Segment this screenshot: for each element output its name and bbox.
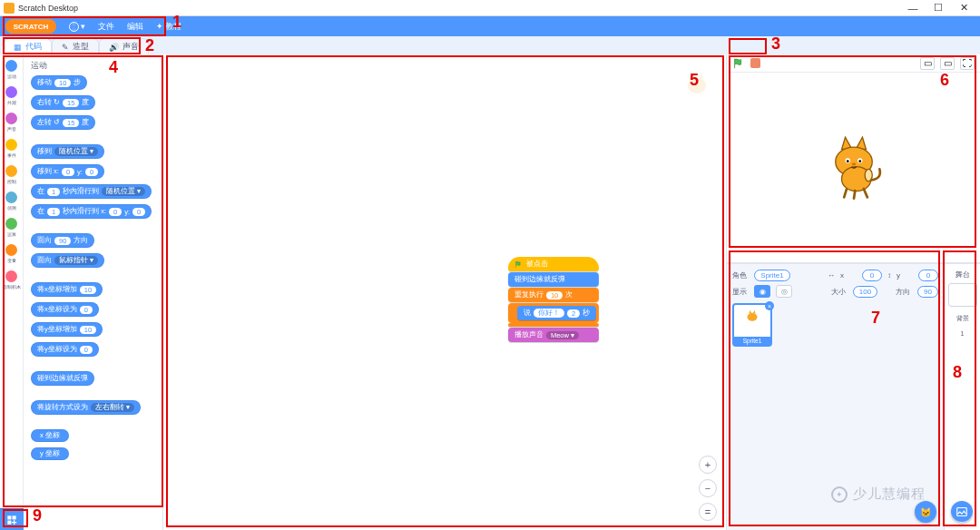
window-maximize-button[interactable]: ☐ — [926, 2, 951, 14]
category-label: 变量 — [6, 258, 15, 265]
right-column: ▭ ▭ ⛶ 角色 Sprite1 — [726, 54, 980, 530]
block-repeat[interactable]: 重复执行10次 — [508, 288, 599, 302]
edit-menu[interactable]: 编辑 — [127, 21, 143, 33]
block-bounce[interactable]: 碰到边缘就反弹 — [31, 371, 94, 386]
tab-costumes[interactable]: ✎ 造型 — [52, 38, 99, 54]
x-input[interactable]: 0 — [862, 270, 882, 281]
block-turn-right[interactable]: 右转 ↻15度 — [31, 95, 95, 110]
window-minimize-button[interactable]: — — [900, 3, 926, 14]
tabbar: ▦ 代码 ✎ 造型 🔊 声音 — [0, 36, 980, 54]
category-外观[interactable]: 外观 — [5, 86, 17, 107]
script-workspace[interactable]: 被点击 碰到边缘就反弹 重复执行10次 说你好！2秒 播放声音Meow ▾ + … — [163, 54, 726, 530]
app-title: Scratch Desktop — [18, 4, 78, 13]
svg-point-12 — [748, 313, 758, 321]
category-控制[interactable]: 控制 — [5, 165, 17, 186]
watermark: ✦ 少儿慧编程 — [831, 486, 926, 503]
stage-controls: ▭ ▭ ⛶ — [727, 54, 980, 73]
y-input[interactable]: 0 — [918, 270, 938, 281]
category-声音[interactable]: 声音 — [5, 113, 17, 133]
fullscreen-button[interactable]: ⛶ — [960, 57, 975, 70]
size-input[interactable]: 100 — [853, 286, 877, 298]
scratch-cat-sprite[interactable] — [817, 131, 890, 204]
block-move-steps[interactable]: 移动10步 — [31, 75, 87, 90]
category-dot-icon — [5, 86, 17, 98]
block-point-dir[interactable]: 面向90方向 — [31, 233, 94, 248]
sprite-thumbnail[interactable]: × Sprite1 — [732, 303, 772, 347]
small-stage-button[interactable]: ▭ — [920, 57, 935, 70]
y-arrow-icon: ↕ — [887, 271, 891, 280]
category-label: 侦测 — [6, 205, 15, 212]
block-x-reporter[interactable]: x 坐标 — [31, 429, 69, 442]
block-change-y[interactable]: 将y坐标增加10 — [31, 322, 103, 337]
watermark-text: 少儿慧编程 — [853, 486, 926, 503]
category-变量[interactable]: 变量 — [5, 244, 17, 265]
globe-icon — [69, 22, 79, 32]
add-extension-button[interactable] — [0, 508, 24, 530]
show-button[interactable]: ◉ — [754, 285, 770, 298]
file-menu[interactable]: 文件 — [98, 21, 114, 33]
sprite-watermark-icon — [681, 67, 713, 100]
tab-sounds[interactable]: 🔊 声音 — [99, 38, 149, 54]
block-glide-to[interactable]: 在1秒内滑行到随机位置 ▾ — [31, 184, 152, 199]
block-set-x[interactable]: 将x坐标设为0 — [31, 302, 99, 317]
add-backdrop-button[interactable] — [951, 501, 973, 523]
category-dot-icon — [5, 113, 17, 124]
zoom-out-button[interactable]: − — [699, 479, 717, 497]
hide-button[interactable]: ◎ — [776, 285, 792, 298]
svg-rect-1 — [13, 515, 16, 519]
block-change-x[interactable]: 将x坐标增加10 — [31, 282, 103, 297]
tab-code[interactable]: ▦ 代码 — [4, 38, 52, 54]
block-when-flag-clicked[interactable]: 被点击 — [508, 257, 599, 271]
zoom-reset-button[interactable]: = — [699, 503, 717, 521]
category-dot-icon — [5, 191, 17, 203]
show-label: 显示 — [732, 287, 749, 297]
window-close-button[interactable]: ✕ — [951, 2, 976, 14]
sprite-name-input[interactable]: Sprite1 — [754, 270, 790, 281]
block-bounce-ws[interactable]: 碰到边缘就反弹 — [508, 272, 599, 287]
scratch-logo[interactable]: SCRATCH — [5, 19, 56, 34]
block-repeat-body[interactable]: 说你好！2秒 — [508, 303, 599, 323]
tutorials-menu[interactable]: ✦ 教程 — [156, 21, 181, 33]
category-label: 运算 — [6, 231, 15, 239]
block-rot-style[interactable]: 将旋转方式设为左右翻转 ▾ — [31, 400, 141, 415]
language-menu[interactable]: ▾ — [69, 22, 85, 32]
sounds-icon: 🔊 — [109, 43, 119, 52]
block-turn-left[interactable]: 左转 ↺15度 — [31, 115, 95, 130]
direction-label: 方向 — [896, 287, 912, 297]
sprite-thumb-icon — [740, 308, 764, 328]
category-运算[interactable]: 运算 — [5, 218, 17, 239]
category-运动[interactable]: 运动 — [5, 60, 17, 81]
block-say[interactable]: 说你好！2秒 — [517, 306, 596, 320]
script-stack[interactable]: 被点击 碰到边缘就反弹 重复执行10次 说你好！2秒 播放声音Meow ▾ — [508, 257, 599, 343]
stage-view[interactable] — [727, 73, 980, 263]
direction-input[interactable]: 90 — [917, 286, 938, 298]
category-自制积木[interactable]: 自制积木 — [1, 270, 23, 291]
extension-icon — [5, 514, 18, 526]
block-point-towards[interactable]: 面向鼠标指针 ▾ — [31, 253, 104, 268]
large-stage-button[interactable]: ▭ — [940, 57, 955, 70]
block-play-sound[interactable]: 播放声音Meow ▾ — [508, 328, 599, 342]
sprite-delete-button[interactable]: × — [765, 301, 774, 310]
stage-thumbnail[interactable] — [948, 283, 977, 307]
zoom-in-button[interactable]: + — [699, 456, 717, 474]
category-label: 声音 — [6, 126, 15, 133]
block-set-y[interactable]: 将y坐标设为0 — [31, 342, 99, 357]
cat-face-icon: 🐱 — [920, 507, 931, 517]
block-y-reporter[interactable]: y 坐标 — [31, 447, 69, 460]
svg-rect-2 — [7, 520, 11, 524]
add-sprite-button[interactable]: 🐱 — [915, 501, 936, 523]
category-侦测[interactable]: 侦测 — [5, 191, 17, 212]
block-repeat-foot[interactable] — [508, 323, 599, 327]
green-flag-button[interactable] — [732, 57, 745, 70]
stage-panel-title: 舞台 — [956, 270, 970, 280]
stop-button[interactable] — [750, 58, 760, 68]
stage-panel: 舞台 背景 1 — [944, 264, 980, 530]
zoom-controls: + − = — [699, 456, 717, 521]
category-事件[interactable]: 事件 — [5, 139, 17, 160]
tutorials-label: 教程 — [165, 21, 181, 33]
app-icon — [4, 3, 15, 14]
block-glide-to-xy[interactable]: 在1秒内滑行到 x:0y:0 — [31, 204, 152, 219]
block-goto-xy[interactable]: 移到 x:0y:0 — [31, 164, 104, 179]
svg-rect-13 — [957, 507, 967, 515]
block-goto[interactable]: 移到随机位置 ▾ — [31, 144, 104, 159]
